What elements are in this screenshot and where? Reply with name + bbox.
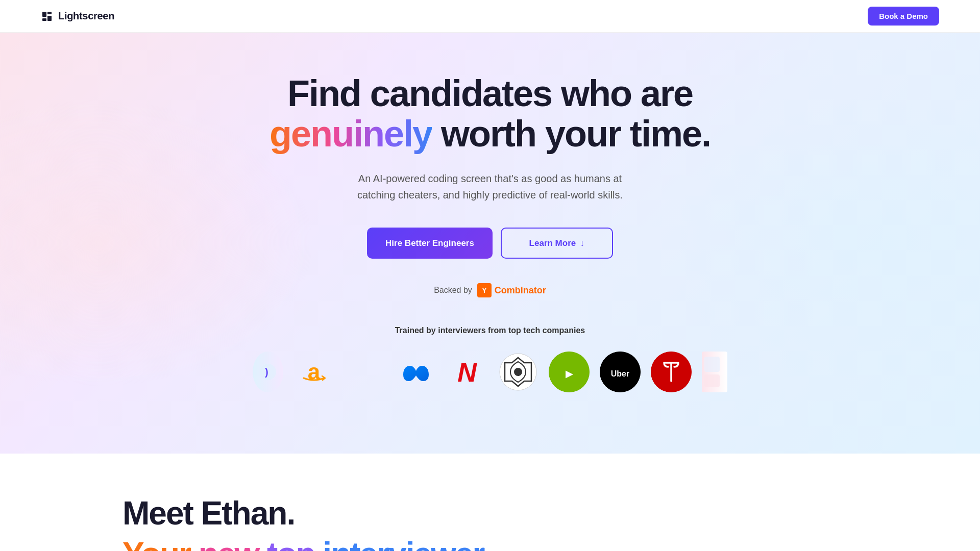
company-logo-tesla (651, 352, 692, 392)
amazon-logo-icon: a (293, 352, 334, 392)
yc-name: Combinator (495, 285, 546, 296)
backed-by-text: Backed by (434, 286, 472, 295)
uber-logo-icon: Uber (600, 352, 641, 392)
hero-headline-genuinely: genuinely (270, 113, 432, 154)
company-logo-openai (498, 352, 538, 392)
subheading-top: top (267, 536, 315, 551)
svg-text:Uber: Uber (611, 369, 629, 378)
companies-label: Trained by interviewers from top tech co… (0, 326, 980, 335)
arrow-down-icon (580, 238, 584, 248)
company-logo-netflix: N (447, 352, 487, 392)
hero-section: Find candidates who are genuinely worth … (0, 33, 980, 454)
hero-cta-buttons: Hire Better Engineers Learn More (0, 228, 980, 259)
nvidia-logo-icon: ▶ (549, 352, 590, 392)
svg-rect-15 (704, 357, 720, 372)
meet-ethan-heading: Meet Ethan. (122, 494, 980, 532)
logo-icon (41, 10, 53, 22)
hero-headline-line1: Find candidates who are (260, 73, 720, 114)
yc-logo[interactable]: Y Combinator (477, 283, 546, 297)
company-logos-row: ) a (0, 352, 980, 392)
tesla-logo-icon (651, 352, 692, 392)
company-logo-partial-right (702, 352, 727, 392)
partial-right-logo-icon (702, 352, 727, 392)
company-logo-nvidia: ▶ (549, 352, 590, 392)
svg-point-9 (514, 368, 522, 376)
hire-engineers-button[interactable]: Hire Better Engineers (367, 228, 493, 259)
svg-rect-0 (42, 12, 46, 17)
logo-text: Lightscreen (58, 10, 114, 22)
company-logo-meta (396, 352, 436, 392)
svg-rect-3 (42, 18, 46, 21)
learn-more-button[interactable]: Learn More (501, 228, 613, 259)
learn-more-label: Learn More (529, 238, 576, 248)
company-logo-partial-left: ) (253, 352, 283, 392)
backed-by: Backed by Y Combinator (0, 283, 980, 297)
partial-logo-icon: ) (258, 362, 278, 382)
svg-text:N: N (457, 358, 477, 387)
company-logo-apple (345, 352, 385, 392)
company-logo-amazon: a (293, 352, 334, 392)
svg-rect-2 (47, 16, 52, 21)
yc-badge: Y (477, 283, 492, 297)
companies-section: Trained by interviewers from top tech co… (0, 326, 980, 423)
meet-ethan-section: Meet Ethan. Your new top interviewer. (0, 454, 980, 551)
netflix-logo-icon: N (447, 352, 487, 392)
apple-logo-icon (345, 352, 385, 392)
subheading-interviewer: interviewer. (323, 536, 490, 551)
book-demo-button[interactable]: Book a Demo (868, 7, 939, 26)
openai-logo-icon (498, 352, 538, 392)
meet-ethan-subheading: Your new top interviewer. (122, 536, 980, 551)
meta-logo-icon (396, 352, 436, 392)
logo[interactable]: Lightscreen (41, 10, 114, 22)
svg-text:▶: ▶ (566, 369, 574, 379)
svg-rect-1 (47, 12, 52, 14)
svg-rect-16 (704, 374, 720, 387)
navbar: Lightscreen Book a Demo (0, 0, 980, 33)
company-logo-uber: Uber (600, 352, 641, 392)
hero-subtitle: An AI-powered coding screen that's as go… (347, 170, 633, 203)
subheading-your: Your (122, 536, 190, 551)
meet-ethan-content: Meet Ethan. Your new top interviewer. (0, 494, 980, 551)
subheading-new: new (199, 536, 259, 551)
svg-text:): ) (265, 366, 268, 378)
hero-headline: Find candidates who are genuinely worth … (260, 73, 720, 154)
hero-headline-rest: worth your time. (432, 113, 710, 154)
